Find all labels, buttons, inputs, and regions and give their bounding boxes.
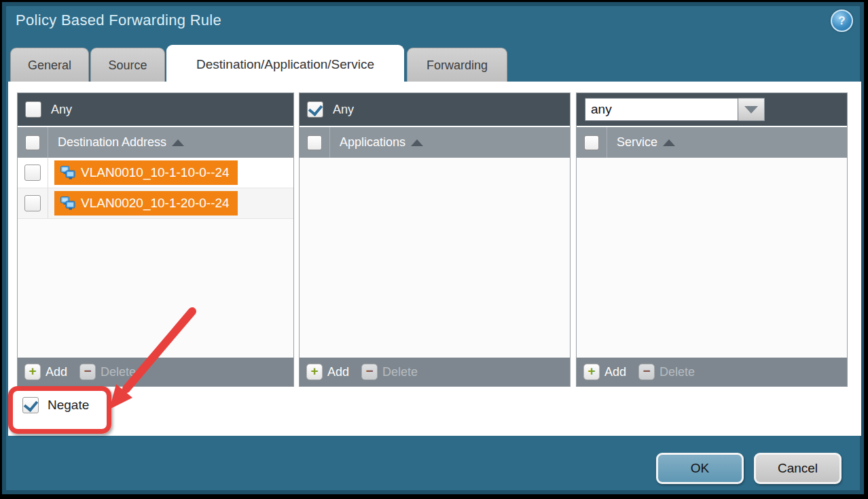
service-select-all-checkbox[interactable]	[584, 135, 599, 150]
destination-column-header: Destination Address	[18, 126, 293, 158]
row-checkbox[interactable]	[24, 165, 41, 181]
applications-toolbar: + Add − Delete	[300, 356, 570, 386]
service-column-header: Service	[577, 126, 847, 158]
tab-label: Forwarding	[427, 58, 488, 73]
tab-general[interactable]: General	[10, 48, 89, 82]
service-dropdown-value: any	[585, 98, 738, 121]
sort-ascending-icon[interactable]	[663, 139, 675, 146]
cancel-button[interactable]: Cancel	[754, 453, 842, 484]
tab-content-panel: Any Destination Address	[8, 82, 861, 436]
applications-list	[300, 158, 570, 356]
address-object-chip[interactable]: VLAN0010_10-1-10-0--24	[54, 160, 238, 185]
tab-source[interactable]: Source	[90, 48, 165, 82]
tab-forwarding[interactable]: Forwarding	[407, 48, 507, 82]
delete-button[interactable]: − Delete	[638, 364, 695, 380]
negate-label: Negate	[48, 398, 89, 413]
minus-icon: −	[361, 364, 378, 380]
delete-button[interactable]: − Delete	[361, 364, 418, 380]
plus-icon: +	[24, 364, 41, 380]
address-object-label: VLAN0010_10-1-10-0--24	[81, 165, 230, 180]
tab-label: Source	[108, 58, 147, 73]
applications-column: Any Applications + Add −	[299, 92, 571, 387]
delete-button[interactable]: − Delete	[79, 364, 136, 380]
service-any-bar: any	[577, 93, 847, 126]
tab-label: General	[28, 58, 71, 73]
destination-any-checkbox[interactable]	[25, 101, 41, 118]
add-button[interactable]: + Add	[306, 364, 349, 380]
network-icon	[60, 165, 76, 180]
destination-any-label: Any	[51, 103, 72, 117]
policy-forwarding-dialog: Policy Based Forwarding Rule ? General S…	[2, 2, 864, 494]
applications-any-label: Any	[333, 103, 354, 117]
service-column: any Service +	[576, 92, 848, 387]
destination-header-label: Destination Address	[58, 135, 166, 150]
destination-list: VLAN0010_10-1-10-0--24	[18, 158, 293, 356]
applications-select-all-checkbox[interactable]	[307, 135, 322, 150]
plus-icon: +	[583, 364, 600, 380]
applications-header-label: Applications	[340, 135, 405, 150]
applications-any-checkbox[interactable]	[307, 101, 323, 118]
applications-column-header: Applications	[300, 126, 570, 158]
plus-icon: +	[306, 364, 323, 380]
destination-toolbar: + Add − Delete	[18, 356, 293, 386]
negate-checkbox[interactable]	[22, 397, 39, 413]
help-icon[interactable]: ?	[831, 10, 853, 32]
ok-button[interactable]: OK	[656, 453, 744, 484]
destination-column: Any Destination Address	[17, 92, 294, 387]
service-header-label: Service	[617, 135, 657, 150]
service-toolbar: + Add − Delete	[577, 356, 847, 386]
minus-icon: −	[638, 364, 655, 380]
destination-select-all-checkbox[interactable]	[25, 135, 40, 150]
add-button[interactable]: + Add	[24, 364, 67, 380]
destination-any-bar: Any	[18, 93, 293, 126]
applications-any-bar: Any	[300, 93, 570, 126]
network-icon	[60, 196, 76, 211]
tab-destination-application-service[interactable]: Destination/Application/Service	[166, 45, 404, 83]
minus-icon: −	[79, 364, 96, 380]
add-button[interactable]: + Add	[583, 364, 626, 380]
chevron-down-icon	[744, 106, 758, 114]
screen: Policy Based Forwarding Rule ? General S…	[0, 0, 868, 499]
row-checkbox[interactable]	[24, 195, 41, 211]
dialog-title: Policy Based Forwarding Rule	[16, 12, 221, 29]
address-object-chip[interactable]: VLAN0020_10-1-20-0--24	[54, 191, 238, 216]
table-row: VLAN0020_10-1-20-0--24	[18, 188, 293, 219]
sort-ascending-icon[interactable]	[411, 139, 423, 146]
tab-label: Destination/Application/Service	[196, 57, 374, 72]
service-list	[577, 158, 847, 356]
table-row: VLAN0010_10-1-10-0--24	[18, 158, 293, 188]
service-dropdown[interactable]: any	[585, 98, 765, 121]
sort-ascending-icon[interactable]	[172, 139, 184, 146]
dropdown-button[interactable]	[738, 98, 765, 121]
negate-row: Negate	[22, 397, 89, 413]
address-object-label: VLAN0020_10-1-20-0--24	[81, 196, 230, 211]
